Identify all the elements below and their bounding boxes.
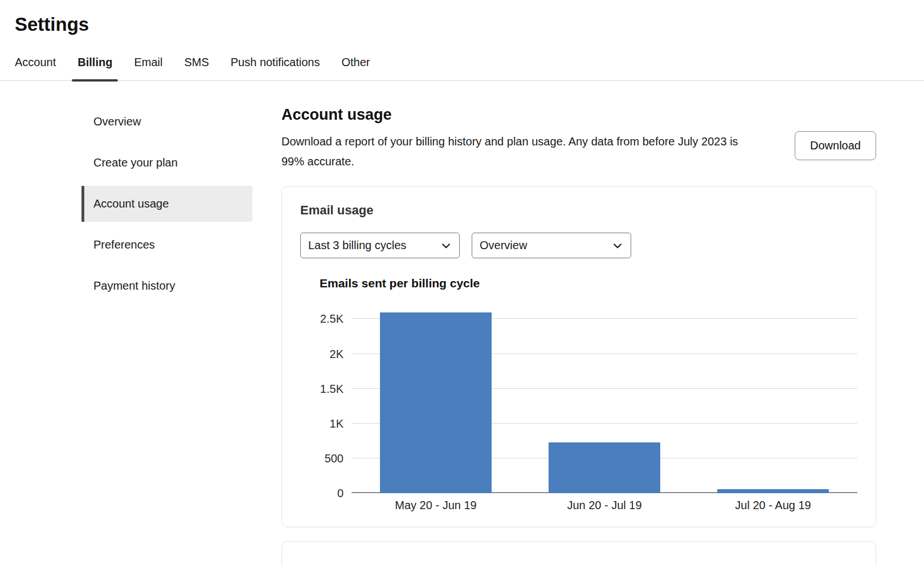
- chart-bar: [549, 442, 660, 493]
- tab-push-notifications[interactable]: Push notifications: [225, 52, 326, 80]
- y-tick-label: 0: [337, 487, 344, 500]
- page-title: Settings: [15, 14, 924, 35]
- view-mode-select-value: Overview: [480, 239, 527, 252]
- chart-x-labels: May 20 - Jun 19Jun 20 - Jul 19Jul 20 - A…: [351, 499, 857, 512]
- chart-plot: [351, 305, 857, 493]
- billing-content: Overview Create your plan Account usage …: [0, 104, 924, 566]
- y-tick-label: 2K: [330, 347, 344, 360]
- next-card-partial: [281, 541, 876, 566]
- sidebar-item-create-your-plan[interactable]: Create your plan: [81, 145, 252, 181]
- chart-y-axis: 05001K1.5K2K2.5K: [320, 305, 351, 493]
- sidebar-item-payment-history[interactable]: Payment history: [81, 268, 252, 304]
- settings-tab-bar: Account Billing Email SMS Push notificat…: [0, 52, 924, 81]
- billing-cycles-select[interactable]: Last 3 billing cycles: [300, 233, 460, 258]
- email-usage-card: Email usage Last 3 billing cycles Overvi…: [281, 186, 876, 527]
- section-description: Download a report of your billing histor…: [281, 132, 763, 172]
- chart-bar: [380, 312, 491, 493]
- y-tick-label: 2.5K: [320, 312, 344, 326]
- x-axis-label: Jun 20 - Jul 19: [520, 499, 689, 512]
- sidebar-item-overview[interactable]: Overview: [81, 104, 252, 140]
- x-axis-label: Jul 20 - Aug 19: [689, 499, 857, 512]
- chart-bars: [351, 305, 857, 493]
- chevron-down-icon: [612, 240, 623, 251]
- billing-sidebar: Overview Create your plan Account usage …: [81, 104, 252, 566]
- chevron-down-icon: [440, 240, 452, 251]
- section-title: Account usage: [281, 106, 876, 124]
- y-tick-label: 1.5K: [320, 382, 344, 395]
- x-axis-label: May 20 - Jun 19: [351, 499, 520, 512]
- tab-billing[interactable]: Billing: [72, 52, 118, 80]
- bar-slot: [689, 305, 857, 493]
- emails-sent-chart: Emails sent per billing cycle 05001K1.5K…: [320, 277, 857, 512]
- email-usage-title: Email usage: [300, 203, 857, 218]
- chart-bar: [717, 489, 828, 493]
- account-usage-panel: Account usage Download a report of your …: [281, 104, 876, 566]
- chart-title: Emails sent per billing cycle: [320, 277, 857, 290]
- bar-slot: [351, 305, 520, 493]
- y-tick-label: 1K: [330, 417, 344, 430]
- email-usage-filters: Last 3 billing cycles Overview: [300, 233, 857, 258]
- chart-body: 05001K1.5K2K2.5K: [320, 305, 857, 493]
- sidebar-item-account-usage[interactable]: Account usage: [81, 186, 252, 222]
- view-mode-select[interactable]: Overview: [472, 233, 631, 258]
- sidebar-item-preferences[interactable]: Preferences: [81, 227, 252, 263]
- tab-account[interactable]: Account: [9, 52, 62, 80]
- billing-cycles-select-value: Last 3 billing cycles: [308, 239, 406, 252]
- y-tick-label: 500: [325, 452, 344, 465]
- bar-slot: [520, 305, 689, 493]
- tab-email[interactable]: Email: [128, 52, 168, 80]
- tab-sms[interactable]: SMS: [178, 52, 214, 80]
- tab-other[interactable]: Other: [336, 52, 376, 80]
- download-button[interactable]: Download: [795, 131, 876, 160]
